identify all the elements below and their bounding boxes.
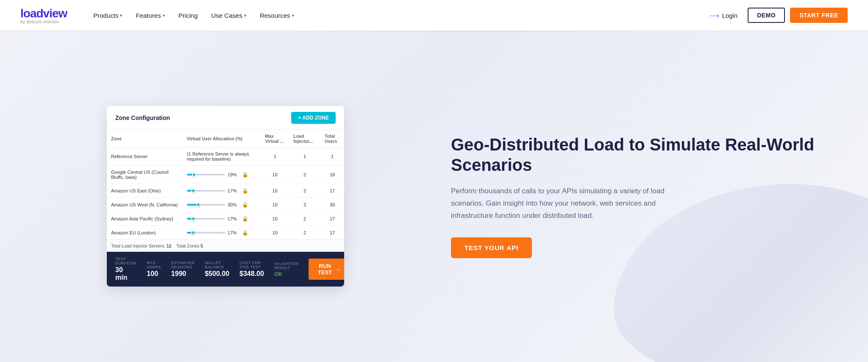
card-header: Zone Configuration + ADD ZONE	[107, 106, 344, 130]
demo-button[interactable]: DEMO	[748, 8, 785, 23]
hero-text-area: Geo-Distributed Load to Simulate Real-Wo…	[417, 134, 834, 258]
col-alloc-header: Virtual User Allocation (%)	[183, 130, 261, 148]
totals-label: Total Load Injector Servers:	[111, 243, 165, 248]
stat-cost: Cost for this Test $348.00	[239, 261, 264, 278]
stat-validation-label: Validation Result	[274, 262, 298, 270]
lock-icon: 🔒	[242, 188, 248, 194]
col-zone-header: Zone	[107, 130, 183, 148]
stat-duration-value: 30 min	[115, 266, 136, 281]
start-free-button[interactable]: START FREE	[790, 8, 848, 23]
chevron-down-icon: ▾	[244, 13, 246, 18]
nav-resources[interactable]: Resources ▾	[254, 8, 300, 22]
test-footer: Test Duration 30 min Max Users 100 Estim…	[107, 252, 344, 287]
ref-total: 1	[320, 148, 344, 166]
hero-description: Perform thousands of calls to your APIs …	[451, 185, 671, 222]
hero-card-area: Zone Configuration + ADD ZONE Zone Virtu…	[34, 106, 417, 287]
zone-name-4: Amazon EU (London)	[107, 226, 183, 240]
pct-3: 17%	[228, 216, 239, 221]
logo[interactable]: loadview by dotcom-monitor	[20, 7, 67, 24]
zone-total-2: 30	[320, 198, 344, 212]
stat-duration: Test Duration 30 min	[115, 257, 136, 281]
slider-track-3[interactable]	[187, 218, 225, 220]
lock-icon: 🔒	[242, 230, 248, 236]
login-button[interactable]: ⟶ Login	[704, 8, 743, 23]
zone-table: Zone Virtual User Allocation (%) Max Vir…	[107, 130, 344, 239]
stat-cost-label: Cost for this Test	[239, 261, 264, 269]
navbar: loadview by dotcom-monitor Products ▾ Fe…	[0, 0, 868, 31]
zone-max-1: 10	[261, 184, 289, 198]
totals-row: Total Load Injector Servers: 12 Total Zo…	[107, 239, 344, 252]
ref-zone-name: Reference Server	[107, 148, 183, 166]
nav-features[interactable]: Features ▾	[130, 8, 170, 22]
ref-load: 1	[289, 148, 320, 166]
zone-load-4: 2	[289, 226, 320, 240]
zone-alloc-4: 17% 🔒	[183, 226, 261, 240]
nav-use-cases[interactable]: Use Cases ▾	[206, 8, 252, 22]
run-test-button[interactable]: RUN TEST →	[309, 259, 344, 280]
col-total-header: Total Users	[320, 130, 344, 148]
totals-zones-label: Total Zones	[176, 243, 199, 248]
stat-wallet: Wallet Balance $500.00	[205, 261, 229, 278]
stat-validation-value: OK	[274, 271, 283, 277]
test-api-button[interactable]: TEST YOUR API	[451, 237, 532, 258]
stat-est-sessions: Estimated Sessions 1990	[171, 261, 195, 278]
chevron-down-icon: ▾	[163, 13, 165, 18]
stat-wallet-value: $500.00	[205, 270, 229, 278]
table-row: Amazon US West (N. California) 30% 🔒	[107, 198, 344, 212]
col-load-header: Load Injector...	[289, 130, 320, 148]
zone-max-4: 10	[261, 226, 289, 240]
chevron-down-icon: ▾	[120, 13, 122, 18]
zone-alloc-1: 17% 🔒	[183, 184, 261, 198]
stat-max-users: Max Users 100	[147, 261, 161, 278]
zone-name-2: Amazon US West (N. California)	[107, 198, 183, 212]
stat-cost-value: $348.00	[239, 270, 264, 278]
nav-products[interactable]: Products ▾	[87, 8, 128, 22]
nav-pricing[interactable]: Pricing	[172, 8, 204, 22]
zone-max-2: 10	[261, 198, 289, 212]
zone-load-3: 2	[289, 212, 320, 226]
brand-sub: by dotcom-monitor	[20, 19, 67, 24]
pct-2: 30%	[228, 202, 239, 207]
zone-alloc-3: 17% 🔒	[183, 212, 261, 226]
col-max-header: Max Virtual ...	[261, 130, 289, 148]
slider-track-0[interactable]	[187, 174, 225, 175]
table-row-reference: Reference Server (1 Reference Server is …	[107, 148, 344, 166]
zone-configuration-card: Zone Configuration + ADD ZONE Zone Virtu…	[107, 106, 344, 287]
zone-total-4: 17	[320, 226, 344, 240]
table-row: Amazon EU (London) 17% 🔒 10	[107, 226, 344, 240]
totals-zones: 5	[200, 243, 203, 248]
table-header-row: Zone Virtual User Allocation (%) Max Vir…	[107, 130, 344, 148]
pct-1: 17%	[228, 188, 239, 193]
chevron-down-icon: ▾	[292, 13, 294, 18]
ref-max: 1	[261, 148, 289, 166]
brand-name: loadview	[20, 7, 67, 20]
arrow-right-icon: →	[335, 266, 341, 273]
table-row: Amazon Asia Pacific (Sydney) 17% 🔒	[107, 212, 344, 226]
pct-0: 19%	[228, 172, 239, 177]
zone-load-2: 3	[289, 198, 320, 212]
totals-servers: 12	[167, 243, 172, 248]
lock-icon: 🔒	[242, 172, 248, 178]
nav-links: Products ▾ Features ▾ Pricing Use Cases …	[87, 8, 704, 22]
stat-est-sessions-label: Estimated Sessions	[171, 261, 195, 269]
zone-max-0: 10	[261, 166, 289, 184]
zone-total-0: 18	[320, 166, 344, 184]
pct-4: 17%	[228, 230, 239, 235]
stat-duration-label: Test Duration	[115, 257, 136, 265]
card-title: Zone Configuration	[115, 114, 170, 121]
zone-name-3: Amazon Asia Pacific (Sydney)	[107, 212, 183, 226]
hero-heading: Geo-Distributed Load to Simulate Real-Wo…	[451, 134, 834, 175]
zone-name-0: Google Central US (Council Bluffs, Iowa)	[107, 166, 183, 184]
slider-track-2[interactable]	[187, 204, 225, 206]
zone-total-1: 17	[320, 184, 344, 198]
ref-zone-alloc: (1 Reference Server is always required f…	[183, 148, 261, 166]
lock-icon: 🔒	[242, 216, 248, 222]
zone-name-1: Amazon US East (Ohio)	[107, 184, 183, 198]
table-row: Google Central US (Council Bluffs, Iowa)…	[107, 166, 344, 184]
slider-track-4[interactable]	[187, 232, 225, 234]
slider-track-1[interactable]	[187, 190, 225, 192]
stat-est-sessions-value: 1990	[171, 270, 186, 278]
hero-section: Zone Configuration + ADD ZONE Zone Virtu…	[0, 31, 868, 362]
add-zone-button[interactable]: + ADD ZONE	[291, 112, 336, 124]
login-icon: ⟶	[709, 11, 719, 19]
